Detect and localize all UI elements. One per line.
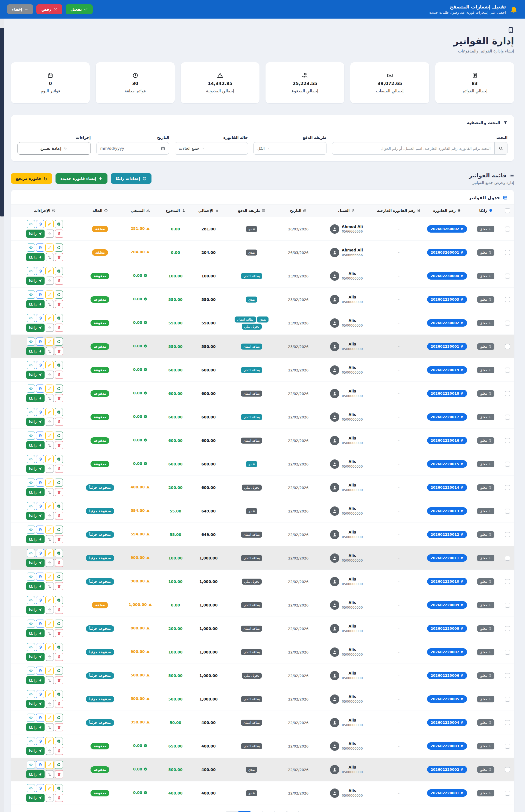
zatca-send-button[interactable]: زاتكا — [26, 253, 45, 261]
undo-button[interactable] — [46, 512, 54, 520]
delete-button[interactable] — [55, 512, 63, 520]
zatca-send-button[interactable]: زاتكا — [26, 747, 45, 755]
view-button[interactable] — [27, 761, 35, 769]
edit-button[interactable] — [45, 478, 54, 487]
view-button[interactable] — [27, 667, 35, 675]
reject-notifications-button[interactable]: رفض — [36, 4, 62, 14]
undo-button[interactable] — [46, 465, 54, 473]
page-button-1[interactable]: 1 — [238, 811, 251, 812]
edit-button[interactable] — [45, 502, 54, 510]
delete-button[interactable] — [55, 723, 63, 731]
row-checkbox[interactable] — [505, 368, 510, 372]
edit-button[interactable] — [45, 643, 54, 651]
history-button[interactable] — [36, 220, 44, 228]
history-button[interactable] — [36, 455, 44, 463]
view-button[interactable] — [27, 408, 35, 416]
view-button[interactable] — [27, 478, 35, 487]
undo-button[interactable] — [46, 418, 54, 426]
invoice-number-pill[interactable]: #202602220003 — [427, 742, 467, 750]
edit-button[interactable] — [45, 267, 54, 275]
edit-button[interactable] — [45, 338, 54, 346]
row-checkbox[interactable] — [505, 462, 510, 466]
row-checkbox[interactable] — [505, 767, 510, 772]
history-button[interactable] — [36, 525, 44, 534]
zatca-settings-button[interactable]: إعدادات زاتكا — [111, 173, 151, 184]
invoice-number-pill[interactable]: #202603260001 — [427, 249, 467, 256]
row-checkbox[interactable] — [505, 415, 510, 419]
view-button[interactable] — [27, 643, 35, 651]
view-button[interactable] — [27, 690, 35, 698]
invoice-number-pill[interactable]: #202602220018 — [427, 390, 467, 397]
edit-button[interactable] — [45, 431, 54, 440]
edit-button[interactable] — [45, 361, 54, 369]
delete-button[interactable] — [55, 441, 63, 449]
view-button[interactable] — [27, 737, 35, 745]
zatca-send-button[interactable]: زاتكا — [26, 723, 45, 731]
delete-button[interactable] — [55, 488, 63, 496]
undo-button[interactable] — [46, 700, 54, 708]
history-button[interactable] — [36, 784, 44, 792]
print-button[interactable] — [55, 408, 63, 416]
print-button[interactable] — [55, 314, 63, 322]
print-button[interactable] — [55, 549, 63, 557]
view-button[interactable] — [27, 619, 35, 628]
edit-button[interactable] — [45, 549, 54, 557]
undo-button[interactable] — [46, 747, 54, 755]
edit-button[interactable] — [45, 385, 54, 393]
view-button[interactable] — [27, 714, 35, 722]
edit-button[interactable] — [45, 525, 54, 534]
edit-button[interactable] — [45, 314, 54, 322]
delete-button[interactable] — [55, 582, 63, 591]
edit-button[interactable] — [45, 572, 54, 581]
view-button[interactable] — [27, 502, 35, 510]
delete-button[interactable] — [55, 230, 63, 238]
scrollbar-thumb[interactable] — [0, 28, 4, 216]
delete-button[interactable] — [55, 300, 63, 308]
invoice-number-pill[interactable]: #202602220016 — [427, 437, 467, 444]
invoice-number-pill[interactable]: #202602220012 — [427, 531, 467, 538]
invoice-number-pill[interactable]: #202602230003 — [427, 296, 467, 303]
row-checkbox[interactable] — [505, 509, 510, 514]
row-checkbox[interactable] — [505, 485, 510, 490]
undo-button[interactable] — [46, 653, 54, 661]
edit-button[interactable] — [45, 690, 54, 698]
zatca-send-button[interactable]: زاتكا — [26, 277, 45, 285]
print-button[interactable] — [55, 267, 63, 275]
date-input[interactable]: mm/dd/yyyy — [96, 142, 169, 155]
zatca-send-button[interactable]: زاتكا — [26, 653, 45, 661]
print-button[interactable] — [55, 619, 63, 628]
view-button[interactable] — [27, 361, 35, 369]
zatca-send-button[interactable]: زاتكا — [26, 347, 45, 355]
zatca-send-button[interactable]: زاتكا — [26, 418, 45, 426]
edit-button[interactable] — [45, 761, 54, 769]
zatca-send-button[interactable]: زاتكا — [26, 512, 45, 520]
history-button[interactable] — [36, 502, 44, 510]
row-checkbox[interactable] — [505, 556, 510, 561]
print-button[interactable] — [55, 385, 63, 393]
delete-button[interactable] — [55, 770, 63, 778]
zatca-send-button[interactable]: زاتكا — [26, 394, 45, 402]
undo-button[interactable] — [46, 676, 54, 684]
view-button[interactable] — [27, 338, 35, 346]
zatca-send-button[interactable]: زاتكا — [26, 324, 45, 332]
invoice-number-pill[interactable]: #202602220005 — [427, 695, 467, 703]
delete-button[interactable] — [55, 347, 63, 355]
undo-button[interactable] — [46, 558, 54, 567]
undo-button[interactable] — [46, 347, 54, 355]
row-checkbox[interactable] — [505, 673, 510, 678]
invoice-number-pill[interactable]: #202602220019 — [427, 366, 467, 373]
undo-button[interactable] — [46, 371, 54, 379]
undo-button[interactable] — [46, 230, 54, 238]
row-checkbox[interactable] — [505, 227, 510, 231]
delete-button[interactable] — [55, 653, 63, 661]
page-button-3[interactable]: 3 — [262, 811, 274, 812]
invoice-number-pill[interactable]: #202603260002 — [427, 225, 467, 233]
edit-button[interactable] — [45, 667, 54, 675]
undo-button[interactable] — [46, 606, 54, 614]
history-button[interactable] — [36, 690, 44, 698]
edit-button[interactable] — [45, 619, 54, 628]
print-button[interactable] — [55, 690, 63, 698]
print-button[interactable] — [55, 431, 63, 440]
zatca-send-button[interactable]: زاتكا — [26, 794, 45, 802]
invoice-number-pill[interactable]: #202602220015 — [427, 460, 467, 468]
